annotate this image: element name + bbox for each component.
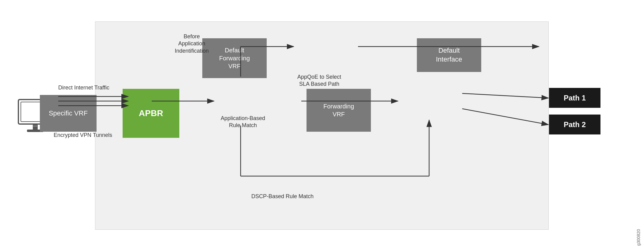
specific-vrf-box: Specific VRF: [40, 95, 97, 132]
encrypted-vpn-label: Encrypted VPN Tunnels: [54, 132, 112, 139]
figure-number: g300820: [636, 229, 641, 246]
default-interface-box: DefaultInterface: [417, 38, 481, 72]
diagram-container: Direct Internet Traffic Encrypted VPN Tu…: [0, 12, 644, 237]
app-based-rule-label: Application-BasedRule Match: [221, 115, 265, 129]
svg-rect-2: [33, 124, 38, 130]
path1-box: Path 1: [549, 88, 600, 108]
apbr-box: APBR: [123, 89, 179, 138]
forwarding-vrf-box: ForwardingVRF: [307, 89, 371, 132]
svg-rect-4: [33, 126, 37, 126]
default-forwarding-vrf-box: DefaultForwardingVRF: [202, 38, 267, 78]
path2-box: Path 2: [549, 115, 600, 134]
direct-internet-label: Direct Internet Traffic: [58, 84, 109, 91]
before-application-label: BeforeApplicationIndentification: [175, 33, 209, 55]
appqoe-label: AppQoE to SelectSLA Based Path: [297, 74, 341, 88]
dscp-based-rule-label: DSCP-Based Rule Match: [251, 193, 314, 200]
